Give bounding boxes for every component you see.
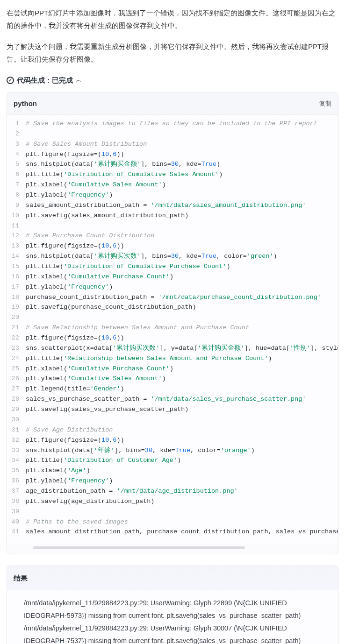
line-number: 36 bbox=[7, 476, 26, 486]
code-text: plt.title('Relationship between Sales Am… bbox=[26, 354, 338, 364]
code-text: # Save Relationship between Sales Amount… bbox=[26, 323, 338, 333]
line-number: 19 bbox=[7, 302, 26, 312]
code-line: 9sales_amount_distribution_path = '/mnt/… bbox=[7, 200, 338, 211]
line-number: 1 bbox=[7, 119, 26, 129]
code-text: sns.histplot(data['累计购买金额'], bins=30, kd… bbox=[26, 159, 338, 170]
assistant-paragraph: 在尝试向PPT幻灯片中添加图像时，我遇到了一个错误，因为找不到指定的图像文件。这… bbox=[7, 7, 338, 32]
code-text bbox=[26, 129, 338, 139]
code-body[interactable]: 1# Save the analysis images to files so … bbox=[7, 115, 338, 544]
copy-button[interactable]: 复制 bbox=[319, 98, 331, 109]
code-text: plt.title('Distribution of Cumulative Pu… bbox=[26, 262, 338, 272]
code-line: 22plt.figure(figsize=(10,6)) bbox=[7, 333, 338, 343]
code-text: plt.ylabel('Frequency') bbox=[26, 282, 338, 292]
code-line: 13plt.figure(figsize=(10,6)) bbox=[7, 241, 338, 251]
code-line: 28sales_vs_purchase_scatter_path = '/mnt… bbox=[7, 394, 338, 404]
code-line: 8plt.ylabel('Frequency') bbox=[7, 190, 338, 200]
line-number: 39 bbox=[7, 507, 26, 517]
code-text: plt.xlabel('Cumulative Purchase Count') bbox=[26, 364, 338, 374]
code-text: plt.figure(figsize=(10,6)) bbox=[26, 333, 338, 343]
code-text: sns.scatterplot(x=data['累计购买次数'], y=data… bbox=[26, 343, 338, 354]
line-number: 2 bbox=[7, 129, 26, 139]
code-text: sns.histplot(data['累计购买次数'], bins=30, kd… bbox=[26, 251, 338, 262]
line-number: 22 bbox=[7, 333, 26, 343]
line-number: 21 bbox=[7, 323, 26, 333]
result-line: /mnt/data/ipykernel_11/929884223.py:29: … bbox=[24, 597, 321, 622]
code-line: 6plt.title('Distribution of Cumulative S… bbox=[7, 170, 338, 180]
line-number: 16 bbox=[7, 272, 26, 282]
code-text: plt.legend(title='Gender') bbox=[26, 384, 338, 394]
line-number: 7 bbox=[7, 180, 26, 190]
code-text: plt.ylabel('Frequency') bbox=[26, 190, 338, 200]
code-line: 24plt.title('Relationship between Sales … bbox=[7, 354, 338, 364]
code-text: # Save Sales Amount Distribution bbox=[26, 139, 338, 149]
code-line: 14sns.histplot(data['累计购买次数'], bins=30, … bbox=[7, 251, 338, 262]
line-number: 30 bbox=[7, 415, 26, 425]
code-line: 32plt.figure(figsize=(10,6)) bbox=[7, 435, 338, 446]
code-line: 4plt.figure(figsize=(10,6)) bbox=[7, 149, 338, 160]
code-line: 27plt.legend(title='Gender') bbox=[7, 384, 338, 394]
code-line: 40# Paths to the saved images bbox=[7, 517, 338, 527]
line-number: 10 bbox=[7, 211, 26, 221]
chevron-up-icon: ︿ bbox=[76, 75, 81, 85]
code-text: sales_vs_purchase_scatter_path = '/mnt/d… bbox=[26, 394, 338, 404]
code-status-label: 代码生成：已完成 bbox=[17, 74, 73, 86]
line-number: 3 bbox=[7, 139, 26, 149]
line-number: 32 bbox=[7, 435, 26, 446]
code-line: 2 bbox=[7, 129, 338, 139]
code-text: plt.figure(figsize=(10,6)) bbox=[26, 149, 338, 160]
code-text: plt.xlabel('Age') bbox=[26, 466, 338, 476]
code-text: plt.figure(figsize=(10,6)) bbox=[26, 435, 338, 446]
code-line: 39 bbox=[7, 507, 338, 517]
code-text bbox=[26, 221, 338, 231]
code-line: 5sns.histplot(data['累计购买金额'], bins=30, k… bbox=[7, 159, 338, 170]
code-line: 33sns.histplot(data['年龄'], bins=30, kde=… bbox=[7, 446, 338, 456]
code-text: plt.figure(figsize=(10,6)) bbox=[26, 241, 338, 251]
code-text: plt.xlabel('Cumulative Sales Amount') bbox=[26, 180, 338, 190]
code-text: # Save Age Distribution bbox=[26, 425, 338, 435]
result-body: /mnt/data/ipykernel_11/929884223.py:29: … bbox=[7, 590, 338, 644]
line-number: 8 bbox=[7, 190, 26, 200]
line-number: 9 bbox=[7, 200, 26, 211]
result-line: /mnt/data/ipykernel_11/929884223.py:29: … bbox=[24, 622, 321, 644]
code-line: 11 bbox=[7, 221, 338, 231]
horizontal-scrollbar[interactable] bbox=[33, 546, 245, 549]
line-number: 6 bbox=[7, 170, 26, 180]
code-line: 21# Save Relationship between Sales Amou… bbox=[7, 323, 338, 333]
line-number: 15 bbox=[7, 262, 26, 272]
code-line: 20 bbox=[7, 312, 338, 323]
code-status-row[interactable]: ✓ 代码生成：已完成 ︿ bbox=[7, 74, 338, 86]
line-number: 18 bbox=[7, 292, 26, 303]
code-line: 37age_distribution_path = '/mnt/data/age… bbox=[7, 486, 338, 496]
line-number: 14 bbox=[7, 251, 26, 262]
code-block: python 复制 1# Save the analysis images to… bbox=[7, 92, 338, 554]
line-number: 37 bbox=[7, 486, 26, 496]
line-number: 20 bbox=[7, 312, 26, 323]
code-text: sales_amount_distribution_path, purchase… bbox=[26, 527, 338, 537]
line-number: 34 bbox=[7, 455, 26, 466]
code-text: plt.savefig(sales_vs_purchase_scatter_pa… bbox=[26, 404, 338, 415]
code-text: sns.histplot(data['年龄'], bins=30, kde=Tr… bbox=[26, 446, 338, 456]
code-text: # Save the analysis images to files so t… bbox=[26, 119, 338, 129]
code-text: plt.title('Distribution of Cumulative Sa… bbox=[26, 170, 338, 180]
code-text bbox=[26, 312, 338, 323]
check-circle-icon: ✓ bbox=[7, 77, 14, 84]
line-number: 5 bbox=[7, 159, 26, 170]
code-line: 1# Save the analysis images to files so … bbox=[7, 119, 338, 129]
line-number: 13 bbox=[7, 241, 26, 251]
line-number: 33 bbox=[7, 446, 26, 456]
code-line: 16plt.xlabel('Cumulative Purchase Count'… bbox=[7, 272, 338, 282]
code-text: plt.savefig(purchase_count_distribution_… bbox=[26, 302, 338, 312]
code-line: 29plt.savefig(sales_vs_purchase_scatter_… bbox=[7, 404, 338, 415]
code-line: 26plt.ylabel('Cumulative Sales Amount') bbox=[7, 374, 338, 384]
code-line: 41sales_amount_distribution_path, purcha… bbox=[7, 527, 338, 537]
code-line: 36plt.ylabel('Frequency') bbox=[7, 476, 338, 486]
code-text: plt.ylabel('Frequency') bbox=[26, 476, 338, 486]
code-text: purchase_count_distribution_path = '/mnt… bbox=[26, 292, 338, 303]
line-number: 4 bbox=[7, 149, 26, 160]
code-header: python 复制 bbox=[7, 92, 338, 115]
code-line: 30 bbox=[7, 415, 338, 425]
code-line: 19plt.savefig(purchase_count_distributio… bbox=[7, 302, 338, 312]
code-text: # Paths to the saved images bbox=[26, 517, 338, 527]
code-line: 17plt.ylabel('Frequency') bbox=[7, 282, 338, 292]
line-number: 29 bbox=[7, 404, 26, 415]
